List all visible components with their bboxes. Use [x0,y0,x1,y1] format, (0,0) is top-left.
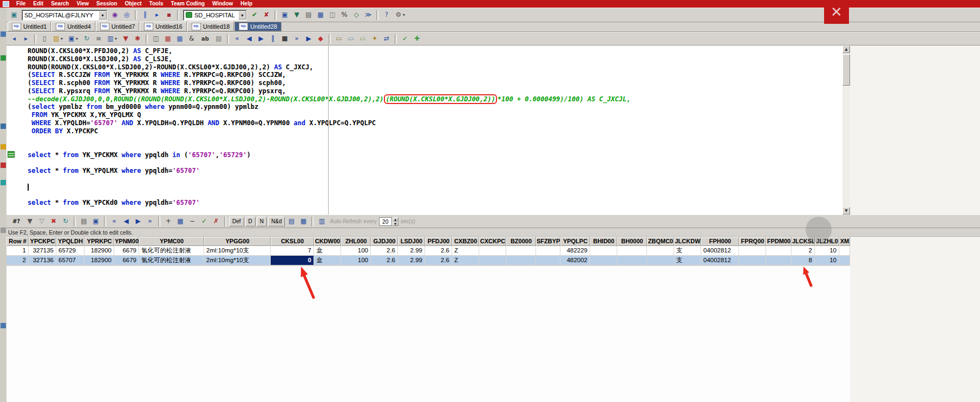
grid-cell[interactable]: 支 [674,256,701,265]
tab-untitled4[interactable]: SQLUntitled4 [51,22,95,31]
grid-cell[interactable]: 65707 [56,256,84,265]
connect-icon[interactable]: ◉ [109,10,120,21]
grid-cell[interactable]: 482229 [560,246,590,256]
columns-dropdown-icon[interactable]: ▥ [105,34,116,44]
column-header-row-[interactable]: Row # [6,237,29,246]
grid-cell[interactable] [647,256,674,265]
grid-cell[interactable]: 0 [271,256,314,265]
insert-record-icon[interactable]: + [163,216,174,227]
column-header-xm[interactable]: XM [839,237,850,246]
snippets-icon[interactable]: ✚ [411,34,422,44]
script-output-icon[interactable]: ▤ [213,34,224,44]
explain-plan-icon[interactable]: ▦ [174,34,185,44]
code-line[interactable]: ROUND(X.CKSL00*X.LSDJ00,2) AS C_LSJE, [28,55,841,63]
last-record-icon[interactable]: » [145,216,155,227]
percent-icon[interactable]: % [339,10,350,21]
scrollbar-thumb[interactable] [842,54,850,86]
grid-cell[interactable]: 2.6 [425,246,452,256]
grid-cell[interactable] [536,246,560,256]
column-header-yprkpc[interactable]: YPRKPC [84,237,114,246]
grid-cell[interactable]: 2.99 [398,256,425,265]
rollback-icon[interactable]: ✘ [261,10,272,21]
grid-cell[interactable] [839,246,850,256]
grid-cell[interactable]: 100 [341,246,371,256]
help-icon[interactable]: ? [381,10,392,21]
column-header-fprq00[interactable]: FPRQ00 [739,237,766,246]
project-manager-icon[interactable]: ◫ [327,10,338,21]
menu-file[interactable]: File [12,0,29,8]
column-header-gjdj00[interactable]: GJDJ00 [371,237,398,246]
code-line[interactable]: ORDER BY X.YPCKPC [28,127,841,135]
sessions-icon[interactable]: ◎ [121,10,132,21]
prior-record-icon[interactable]: ◀ [121,216,132,227]
menu-tools[interactable]: Tools [146,0,167,8]
grid-cell[interactable]: 氢化可的松注射液 [139,256,204,265]
cancel-execution-icon[interactable]: ▪ [164,10,174,21]
split-grid-icon[interactable]: ▦ [298,216,309,227]
grid-cell[interactable] [647,246,674,256]
copy-results-icon[interactable]: ▭ [334,34,344,44]
print-grid-icon[interactable]: ▤ [79,216,89,227]
fix-columns-icon[interactable]: ▥ [316,216,327,227]
code-line[interactable]: FROM YK_YPCKMX X,YK_YPQLMX Q [28,111,841,119]
grid-cell[interactable]: Z [452,256,479,265]
grid-cell[interactable]: 482002 [560,256,590,265]
er-diagram-icon[interactable]: ◇ [351,10,362,21]
window-list-icon[interactable]: ◫ [151,34,161,44]
toad-app-icon[interactable]: ▣ [9,10,19,21]
grid-cell[interactable] [739,246,766,256]
column-header-ckdw00[interactable]: CKDW00 [314,237,341,246]
grid-view-n-button[interactable]: N [257,217,267,226]
check-syntax-icon[interactable]: ✓ [400,34,410,44]
code-line[interactable] [28,191,841,199]
grid-cell[interactable]: 1 [6,246,29,256]
grid-cell[interactable]: 2.6 [371,246,398,256]
settings-icon[interactable]: ⚙ [393,10,404,21]
grid-cell[interactable]: 支 [674,246,701,256]
code-line[interactable]: (SELECT R.scph00 FROM YK_YPRKMX R WHERE … [28,79,841,87]
wizard-icon[interactable]: ✦ [369,34,380,44]
grid-cell[interactable]: 6679 [114,246,139,256]
code-line[interactable]: select * from YK_YPQLMX where ypqldh='65… [28,167,841,175]
column-header-pfdj00[interactable]: PFDJ00 [425,237,452,246]
table-row[interactable]: 2327136657071829006679氢化可的松注射液2ml:10mg*1… [6,256,850,265]
step-forward-icon[interactable]: » [291,34,302,44]
step-back-icon[interactable]: ◀ [244,34,254,44]
column-header-ypmc00[interactable]: YPMC00 [139,237,204,246]
table-row[interactable]: 1327135657291829006679氢化可的松注射液2ml:10mg*1… [6,246,850,256]
grid-cell[interactable]: 100 [341,256,371,265]
new-window-icon[interactable]: ▣ [279,10,290,21]
run-to-first-icon[interactable]: « [232,34,243,44]
pause-execution-icon[interactable]: ‖ [140,10,151,21]
column-header-cksl00[interactable]: CKSL00 [271,237,314,246]
code-line[interactable] [28,135,841,143]
grid-view-d-button[interactable]: D [245,217,256,226]
substitution-icon[interactable]: & [186,34,197,44]
execute-queue-icon[interactable]: ▸ [152,10,162,21]
paste-icon[interactable]: ▭ [345,34,356,44]
grid-cell[interactable] [590,256,617,265]
grid-cell[interactable] [536,256,560,265]
menu-window[interactable]: Window [208,0,237,8]
grid-popup-icon[interactable]: #? [9,216,23,227]
grid-cell[interactable]: Z [452,246,479,256]
grid-cell[interactable]: 2.99 [398,246,425,256]
column-header-cxckpc[interactable]: CXCKPC [479,237,506,246]
pause-icon[interactable]: ‖ [267,34,278,44]
column-header-fpdm00[interactable]: FPDM00 [766,237,792,246]
sort-icon[interactable]: ▼ [24,216,35,227]
grid-cell[interactable]: 04002812 [701,246,739,256]
grid-cell[interactable] [617,256,647,265]
grid-cell[interactable]: 7 [271,246,314,256]
tab-untitled18[interactable]: SQLUntitled18 [187,22,234,31]
close-button[interactable]: ✕ [831,0,842,24]
menu-help[interactable]: Help [237,0,256,8]
grid-cell[interactable]: 氢化可的松注射液 [139,246,204,256]
stop-execution-icon[interactable]: ■ [279,34,290,44]
column-header-lsdj00[interactable]: LSDJ00 [398,237,425,246]
grid-cell[interactable]: 182900 [84,246,114,256]
run-to-end-icon[interactable]: ▶ [303,34,314,44]
column-header-ypqldh[interactable]: YPQLDH [56,237,84,246]
commit-icon[interactable]: ✔ [249,10,260,21]
favorites-icon[interactable]: ✱ [132,34,143,44]
